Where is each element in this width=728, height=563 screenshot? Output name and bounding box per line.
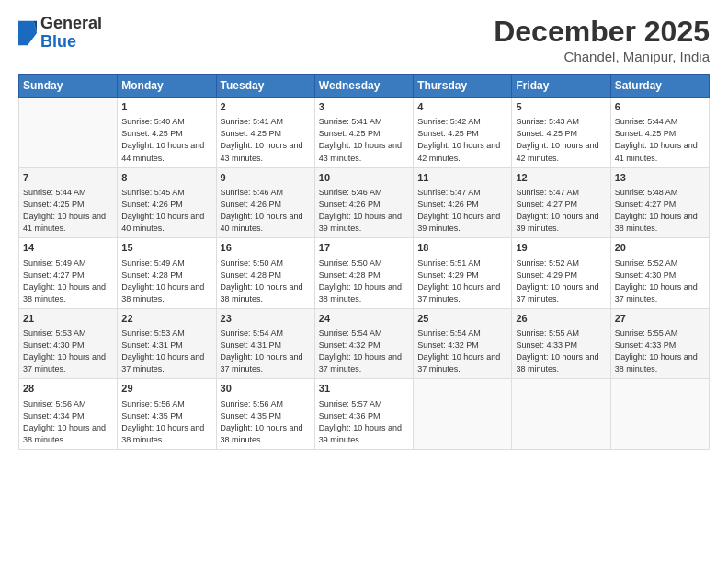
calendar-cell-w3-d5: 26Sunrise: 5:55 AMSunset: 4:33 PMDayligh… <box>512 308 610 379</box>
calendar-week-2: 14Sunrise: 5:49 AMSunset: 4:27 PMDayligh… <box>19 238 710 309</box>
day-info: Sunrise: 5:54 AMSunset: 4:32 PMDaylight:… <box>417 327 507 375</box>
day-number: 18 <box>417 241 507 255</box>
day-info: Sunrise: 5:40 AMSunset: 4:25 PMDaylight:… <box>121 116 211 164</box>
day-info: Sunrise: 5:46 AMSunset: 4:26 PMDaylight:… <box>319 187 409 235</box>
calendar-week-4: 28Sunrise: 5:56 AMSunset: 4:34 PMDayligh… <box>19 379 710 450</box>
day-number: 1 <box>121 100 211 114</box>
calendar-cell-w3-d4: 25Sunrise: 5:54 AMSunset: 4:32 PMDayligh… <box>414 308 512 379</box>
col-friday: Friday <box>512 75 610 98</box>
calendar-week-3: 21Sunrise: 5:53 AMSunset: 4:30 PMDayligh… <box>19 308 710 379</box>
day-info: Sunrise: 5:54 AMSunset: 4:32 PMDaylight:… <box>319 327 409 375</box>
logo-text: General Blue <box>40 15 102 52</box>
calendar-body: 1Sunrise: 5:40 AMSunset: 4:25 PMDaylight… <box>19 98 710 450</box>
day-info: Sunrise: 5:52 AMSunset: 4:30 PMDaylight:… <box>615 258 705 305</box>
day-info: Sunrise: 5:55 AMSunset: 4:33 PMDaylight:… <box>615 327 705 375</box>
col-tuesday: Tuesday <box>216 75 314 98</box>
calendar-cell-w1-d4: 11Sunrise: 5:47 AMSunset: 4:26 PMDayligh… <box>414 167 512 238</box>
day-number: 24 <box>319 312 409 326</box>
day-number: 23 <box>221 312 311 326</box>
day-info: Sunrise: 5:56 AMSunset: 4:34 PMDaylight:… <box>23 398 113 446</box>
calendar-cell-w1-d6: 13Sunrise: 5:48 AMSunset: 4:27 PMDayligh… <box>610 167 709 238</box>
day-info: Sunrise: 5:47 AMSunset: 4:26 PMDaylight:… <box>417 187 507 235</box>
logo: General Blue <box>18 15 102 52</box>
calendar-cell-w2-d5: 19Sunrise: 5:52 AMSunset: 4:29 PMDayligh… <box>512 238 610 309</box>
calendar-cell-w3-d2: 23Sunrise: 5:54 AMSunset: 4:31 PMDayligh… <box>216 308 314 379</box>
calendar-cell-w4-d4 <box>414 379 512 450</box>
calendar-cell-w4-d2: 30Sunrise: 5:56 AMSunset: 4:35 PMDayligh… <box>216 379 314 450</box>
calendar-cell-w1-d5: 12Sunrise: 5:47 AMSunset: 4:27 PMDayligh… <box>512 167 610 238</box>
day-number: 3 <box>319 100 409 114</box>
month-title: December 2025 <box>494 15 710 49</box>
calendar-cell-w4-d0: 28Sunrise: 5:56 AMSunset: 4:34 PMDayligh… <box>19 379 118 450</box>
day-info: Sunrise: 5:44 AMSunset: 4:25 PMDaylight:… <box>23 187 113 235</box>
calendar-cell-w3-d1: 22Sunrise: 5:53 AMSunset: 4:31 PMDayligh… <box>118 308 216 379</box>
day-number: 26 <box>516 312 606 326</box>
day-number: 25 <box>417 312 507 326</box>
day-number: 13 <box>615 171 705 185</box>
calendar-cell-w2-d1: 15Sunrise: 5:49 AMSunset: 4:28 PMDayligh… <box>118 238 216 309</box>
day-info: Sunrise: 5:56 AMSunset: 4:35 PMDaylight:… <box>221 398 311 446</box>
svg-marker-0 <box>18 20 37 45</box>
day-number: 7 <box>23 171 113 185</box>
calendar-cell-w0-d6: 6Sunrise: 5:44 AMSunset: 4:25 PMDaylight… <box>610 98 709 168</box>
day-number: 11 <box>417 171 507 185</box>
day-info: Sunrise: 5:43 AMSunset: 4:25 PMDaylight:… <box>516 116 606 164</box>
day-number: 21 <box>23 312 113 326</box>
day-number: 17 <box>319 241 409 255</box>
day-number: 27 <box>615 312 705 326</box>
calendar-cell-w0-d2: 2Sunrise: 5:41 AMSunset: 4:25 PMDaylight… <box>216 98 314 168</box>
calendar-cell-w1-d2: 9Sunrise: 5:46 AMSunset: 4:26 PMDaylight… <box>216 167 314 238</box>
col-saturday: Saturday <box>610 75 709 98</box>
day-info: Sunrise: 5:49 AMSunset: 4:28 PMDaylight:… <box>121 258 211 305</box>
day-info: Sunrise: 5:53 AMSunset: 4:31 PMDaylight:… <box>121 327 211 375</box>
calendar-table: Sunday Monday Tuesday Wednesday Thursday… <box>18 74 710 450</box>
day-info: Sunrise: 5:41 AMSunset: 4:25 PMDaylight:… <box>319 116 409 164</box>
calendar-header: Sunday Monday Tuesday Wednesday Thursday… <box>19 75 710 98</box>
day-info: Sunrise: 5:42 AMSunset: 4:25 PMDaylight:… <box>417 116 507 164</box>
calendar-cell-w3-d6: 27Sunrise: 5:55 AMSunset: 4:33 PMDayligh… <box>610 308 709 379</box>
logo-general: General <box>40 15 102 33</box>
day-info: Sunrise: 5:44 AMSunset: 4:25 PMDaylight:… <box>615 116 705 164</box>
calendar-cell-w0-d5: 5Sunrise: 5:43 AMSunset: 4:25 PMDaylight… <box>512 98 610 168</box>
day-number: 8 <box>121 171 211 185</box>
day-number: 9 <box>221 171 311 185</box>
col-wednesday: Wednesday <box>314 75 413 98</box>
day-info: Sunrise: 5:50 AMSunset: 4:28 PMDaylight:… <box>221 258 311 305</box>
day-number: 19 <box>516 241 606 255</box>
calendar-cell-w4-d6 <box>610 379 709 450</box>
day-info: Sunrise: 5:46 AMSunset: 4:26 PMDaylight:… <box>221 187 311 235</box>
day-info: Sunrise: 5:54 AMSunset: 4:31 PMDaylight:… <box>221 327 311 375</box>
day-number: 29 <box>121 382 211 396</box>
calendar-cell-w2-d0: 14Sunrise: 5:49 AMSunset: 4:27 PMDayligh… <box>19 238 118 309</box>
calendar-cell-w1-d1: 8Sunrise: 5:45 AMSunset: 4:26 PMDaylight… <box>118 167 216 238</box>
day-info: Sunrise: 5:47 AMSunset: 4:27 PMDaylight:… <box>516 187 606 235</box>
logo-icon <box>18 20 37 46</box>
day-info: Sunrise: 5:45 AMSunset: 4:26 PMDaylight:… <box>121 187 211 235</box>
calendar-cell-w4-d1: 29Sunrise: 5:56 AMSunset: 4:35 PMDayligh… <box>118 379 216 450</box>
calendar-cell-w0-d1: 1Sunrise: 5:40 AMSunset: 4:25 PMDaylight… <box>118 98 216 168</box>
col-monday: Monday <box>118 75 216 98</box>
day-info: Sunrise: 5:53 AMSunset: 4:30 PMDaylight:… <box>23 327 113 375</box>
day-info: Sunrise: 5:55 AMSunset: 4:33 PMDaylight:… <box>516 327 606 375</box>
main-container: General Blue December 2025 Chandel, Mani… <box>0 0 728 563</box>
day-info: Sunrise: 5:52 AMSunset: 4:29 PMDaylight:… <box>516 258 606 305</box>
day-info: Sunrise: 5:49 AMSunset: 4:27 PMDaylight:… <box>23 258 113 305</box>
day-info: Sunrise: 5:57 AMSunset: 4:36 PMDaylight:… <box>319 398 409 446</box>
location: Chandel, Manipur, India <box>494 49 710 64</box>
day-number: 4 <box>417 100 507 114</box>
day-number: 14 <box>23 241 113 255</box>
day-number: 12 <box>516 171 606 185</box>
calendar-cell-w3-d3: 24Sunrise: 5:54 AMSunset: 4:32 PMDayligh… <box>314 308 413 379</box>
calendar-cell-w2-d6: 20Sunrise: 5:52 AMSunset: 4:30 PMDayligh… <box>610 238 709 309</box>
day-info: Sunrise: 5:48 AMSunset: 4:27 PMDaylight:… <box>615 187 705 235</box>
calendar-cell-w4-d3: 31Sunrise: 5:57 AMSunset: 4:36 PMDayligh… <box>314 379 413 450</box>
calendar-cell-w2-d4: 18Sunrise: 5:51 AMSunset: 4:29 PMDayligh… <box>414 238 512 309</box>
header: General Blue December 2025 Chandel, Mani… <box>18 15 710 64</box>
calendar-cell-w2-d2: 16Sunrise: 5:50 AMSunset: 4:28 PMDayligh… <box>216 238 314 309</box>
day-info: Sunrise: 5:50 AMSunset: 4:28 PMDaylight:… <box>319 258 409 305</box>
calendar-cell-w1-d0: 7Sunrise: 5:44 AMSunset: 4:25 PMDaylight… <box>19 167 118 238</box>
day-number: 16 <box>221 241 311 255</box>
col-sunday: Sunday <box>19 75 118 98</box>
day-number: 15 <box>121 241 211 255</box>
logo-blue: Blue <box>40 33 102 52</box>
